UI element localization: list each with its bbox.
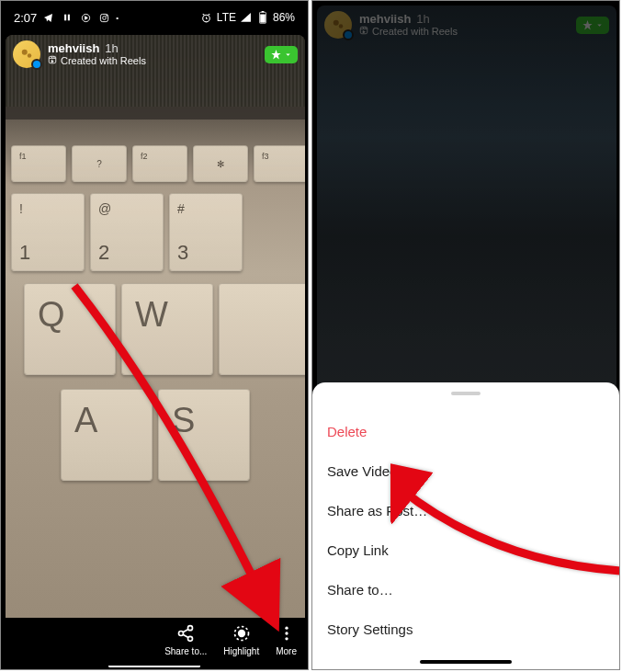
svg-point-4 (102, 16, 106, 19)
instagram-icon (97, 11, 110, 24)
close-friends-badge[interactable] (265, 46, 298, 63)
pause-icon (61, 11, 74, 24)
svg-point-20 (285, 637, 288, 640)
svg-rect-8 (262, 11, 265, 12)
created-with-label[interactable]: Created with Reels (372, 26, 458, 37)
more-button[interactable]: More (276, 623, 297, 656)
highlight-icon (232, 623, 252, 644)
username[interactable]: mehviish (359, 13, 411, 26)
network-type: LTE (217, 11, 236, 24)
svg-point-18 (285, 627, 288, 630)
status-bar: 2:07 • LTE 86% (1, 1, 308, 30)
dot-icon: • (116, 14, 119, 22)
alarm-icon (200, 11, 213, 24)
phone-screenshot-right: mehviish 1h Created with Reels Delete Sa… (311, 0, 620, 670)
svg-point-21 (334, 20, 339, 26)
time-ago: 1h (105, 42, 118, 55)
svg-point-14 (179, 632, 184, 636)
more-label: More (276, 646, 297, 656)
more-icon (277, 623, 297, 644)
highlight-label: Highlight (223, 646, 259, 656)
signal-icon (240, 11, 253, 24)
sheet-handle[interactable] (451, 392, 481, 395)
copy-link-option[interactable]: Copy Link (312, 530, 619, 570)
svg-point-22 (339, 24, 344, 28)
time-ago: 1h (416, 13, 429, 26)
story-viewer[interactable]: f1 ? f2 ✻ f3 ☀ !1 @2 #3 Q W (6, 35, 305, 632)
svg-point-13 (188, 626, 193, 631)
battery-icon (256, 11, 269, 24)
battery-percent: 86% (273, 11, 295, 24)
reels-icon (48, 55, 57, 66)
story-bottom-actions: Share to... Highlight More (1, 618, 308, 666)
svg-point-5 (106, 15, 107, 16)
share-to-button[interactable]: Share to... (164, 623, 207, 656)
svg-point-11 (28, 53, 32, 58)
avatar-badge (31, 59, 42, 70)
phone-screenshot-left: 2:07 • LTE 86% f1 ? (0, 0, 309, 670)
story-content-image: f1 ? f2 ✻ f3 ☀ !1 @2 #3 Q W (6, 35, 305, 632)
delete-option[interactable]: Delete (312, 412, 619, 451)
svg-rect-9 (260, 15, 266, 23)
username[interactable]: mehviish (48, 42, 99, 55)
svg-point-19 (285, 632, 288, 634)
save-video-option[interactable]: Save Video (312, 451, 619, 491)
share-as-post-option[interactable]: Share as Post… (312, 491, 619, 530)
svg-point-15 (188, 636, 193, 641)
svg-point-17 (238, 631, 244, 637)
avatar[interactable] (324, 11, 352, 39)
avatar[interactable] (13, 40, 40, 68)
reels-icon (359, 26, 368, 37)
highlight-button[interactable]: Highlight (223, 623, 259, 656)
svg-rect-1 (68, 15, 70, 21)
status-time: 2:07 (14, 11, 37, 25)
avatar-badge (343, 29, 354, 40)
svg-rect-0 (64, 15, 66, 21)
svg-point-10 (22, 50, 28, 55)
share-icon (175, 623, 196, 644)
story-settings-option[interactable]: Story Settings (312, 609, 619, 649)
circle-icon (79, 11, 92, 24)
close-friends-badge[interactable] (576, 17, 609, 34)
share-to-label: Share to... (164, 646, 207, 656)
created-with-label[interactable]: Created with Reels (61, 55, 146, 66)
more-options-sheet: Delete Save Video Share as Post… Copy Li… (312, 382, 619, 669)
share-to-option[interactable]: Share to… (312, 570, 619, 609)
telegram-icon (42, 11, 55, 24)
android-nav-bar[interactable] (420, 660, 512, 664)
